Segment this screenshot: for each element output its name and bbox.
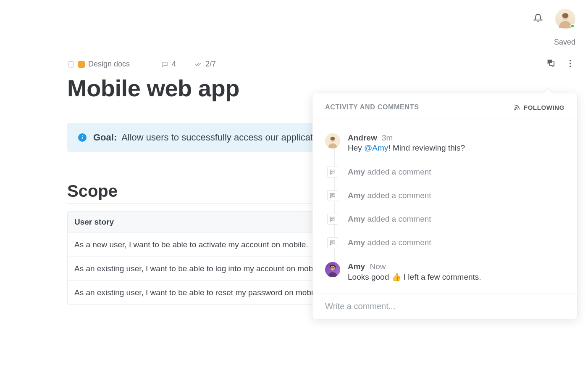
folder-icon — [78, 61, 85, 68]
info-icon: i — [78, 133, 87, 142]
comments-toggle-button[interactable] — [546, 58, 555, 69]
activity-comment[interactable]: Amy Now Looks good 👍 I left a few commen… — [325, 254, 564, 283]
goal-label: Goal: — [93, 132, 117, 143]
activity-time: 3m — [382, 133, 393, 142]
activity-event[interactable]: Amy added a comment — [325, 231, 564, 254]
kebab-icon — [570, 63, 571, 64]
mention[interactable]: @Amy — [364, 143, 388, 152]
app-header — [0, 0, 588, 38]
activity-author: Amy — [348, 262, 365, 271]
activity-author: Andrew — [348, 133, 377, 142]
activity-message: Looks good 👍 I left a few comments. — [348, 272, 481, 282]
breadcrumb-label: Design docs — [88, 60, 130, 69]
document-icon — [67, 61, 75, 68]
doc-actions — [546, 58, 571, 69]
following-toggle[interactable]: FOLLOWING — [514, 104, 564, 111]
notifications-button[interactable] — [533, 13, 543, 24]
goal-body: Allow users to successfully access our a… — [119, 132, 320, 143]
event-action: added a comment — [367, 238, 431, 247]
svg-point-2 — [514, 109, 515, 110]
event-action: added a comment — [367, 167, 431, 176]
comment-event-icon — [325, 212, 340, 227]
comment-icon — [161, 61, 168, 68]
following-label: FOLLOWING — [524, 104, 564, 111]
comment-count-value: 4 — [172, 60, 176, 69]
rss-icon — [514, 104, 520, 111]
comment-event-icon — [325, 235, 340, 250]
activity-event[interactable]: Amy added a comment — [325, 184, 564, 207]
event-author: Amy — [348, 238, 365, 247]
double-check-icon — [194, 61, 202, 68]
event-action: added a comment — [367, 191, 431, 200]
comment-input-area[interactable]: Write a comment... — [312, 294, 577, 319]
event-author: Amy — [348, 214, 365, 223]
checklist-value: 2/7 — [205, 60, 216, 69]
more-actions-button[interactable] — [570, 59, 571, 68]
avatar — [325, 133, 340, 148]
activity-message: Hey @Amy! Mind reviewing this? — [348, 143, 465, 153]
comment-event-icon — [325, 188, 340, 203]
comment-event-icon — [325, 164, 340, 180]
panel-body: Andrew 3m Hey @Amy! Mind reviewing this?… — [312, 119, 577, 294]
save-status: Saved — [0, 38, 588, 51]
activity-event[interactable]: Amy added a comment — [325, 207, 564, 231]
activity-event[interactable]: Amy added a comment — [325, 160, 564, 184]
chat-icon — [546, 58, 555, 67]
svg-rect-1 — [69, 61, 74, 67]
svg-rect-6 — [331, 267, 334, 268]
bell-icon — [533, 13, 543, 23]
checklist-progress[interactable]: 2/7 — [194, 60, 216, 69]
event-author: Amy — [348, 191, 365, 200]
presence-online-icon — [570, 24, 575, 28]
doc-meta: Design docs 4 2/7 — [67, 60, 588, 69]
activity-comment[interactable]: Andrew 3m Hey @Amy! Mind reviewing this? — [325, 133, 564, 160]
panel-title: ACTIVITY AND COMMENTS — [325, 103, 419, 111]
activity-time: Now — [370, 262, 386, 271]
comment-count[interactable]: 4 — [161, 60, 176, 69]
activity-panel: ACTIVITY AND COMMENTS FOLLOWING Andrew 3… — [312, 93, 577, 319]
event-action: added a comment — [367, 214, 431, 223]
user-avatar[interactable] — [555, 9, 575, 29]
header-divider — [0, 51, 588, 51]
goal-text: Goal: Allow users to successfully access… — [93, 132, 320, 143]
breadcrumb[interactable]: Design docs — [67, 60, 130, 69]
event-author: Amy — [348, 167, 365, 176]
avatar — [325, 262, 340, 277]
panel-header: ACTIVITY AND COMMENTS FOLLOWING — [312, 93, 577, 119]
comment-input[interactable]: Write a comment... — [325, 302, 564, 311]
